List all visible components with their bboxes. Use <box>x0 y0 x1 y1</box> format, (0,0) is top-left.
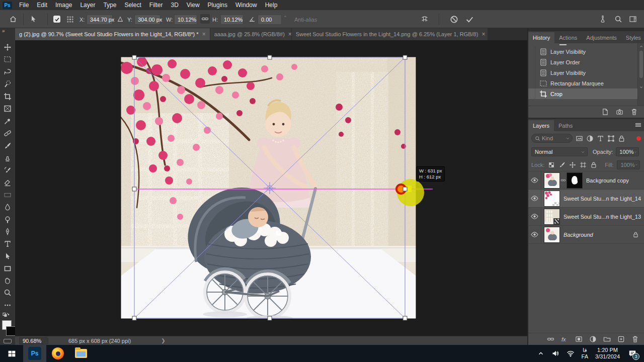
language-indicator[interactable]: فا FA <box>582 347 588 360</box>
background-color-swatch[interactable] <box>6 326 16 336</box>
delete-layer-trash-icon[interactable] <box>631 335 639 343</box>
lock-position-icon[interactable] <box>569 161 576 168</box>
tray-chevron-up-icon[interactable] <box>537 350 544 357</box>
tab-adjustments[interactable]: Adjustments <box>582 32 621 43</box>
start-button[interactable] <box>0 345 23 362</box>
zoom-tool[interactable] <box>4 289 12 297</box>
history-item[interactable]: Layer Visibility <box>528 67 644 78</box>
default-swap-colors-icon[interactable] <box>2 312 10 320</box>
notification-center-button[interactable]: 3 <box>628 349 637 358</box>
rotation-field[interactable]: 0.00 <box>258 15 282 25</box>
warp-mode-toggle-icon[interactable] <box>421 15 429 23</box>
menu-3d[interactable]: 3D <box>167 0 182 10</box>
fill-select[interactable]: 100% <box>617 160 640 169</box>
menu-view[interactable]: View <box>183 0 204 10</box>
close-icon[interactable]: × <box>481 31 485 38</box>
layer-visibility-toggle[interactable] <box>528 226 541 243</box>
layer-style-fx-icon[interactable]: fx <box>561 335 569 343</box>
home-icon[interactable] <box>9 15 17 23</box>
eraser-tool[interactable] <box>4 179 12 187</box>
eyedropper-tool[interactable] <box>4 117 12 125</box>
layer-filtering-toggle[interactable] <box>636 136 641 141</box>
status-chevron-icon[interactable]: ❯ <box>161 338 165 343</box>
lock-artboard-icon[interactable] <box>580 161 587 168</box>
delete-state-trash-icon[interactable] <box>630 108 638 116</box>
type-tool[interactable] <box>4 240 12 248</box>
history-item[interactable]: Layer Visibility <box>528 46 644 57</box>
new-group-folder-icon[interactable] <box>603 335 611 343</box>
gradient-tool[interactable] <box>4 191 12 199</box>
new-snapshot-camera-icon[interactable] <box>616 108 623 116</box>
edit-toolbar-ellipsis[interactable] <box>4 301 12 309</box>
hand-tool[interactable] <box>4 277 12 285</box>
scroll-up-icon[interactable] <box>639 44 643 49</box>
filter-type-layers-icon[interactable] <box>597 135 604 142</box>
zoom-level-field[interactable]: 90.68% <box>19 337 48 344</box>
lock-all-icon[interactable] <box>590 161 597 168</box>
layer-mask-thumbnail[interactable] <box>567 173 582 188</box>
menu-image[interactable]: Image <box>51 0 76 10</box>
tab-styles[interactable]: Styles <box>621 32 644 43</box>
layer-thumbnail[interactable] <box>544 173 559 188</box>
menu-layer[interactable]: Layer <box>76 0 99 10</box>
layer-thumbnail[interactable] <box>544 191 559 206</box>
crop-tool[interactable] <box>4 93 12 101</box>
taskbar-firefox-button[interactable] <box>46 345 69 362</box>
document-canvas[interactable] <box>15 40 527 336</box>
history-item-selected[interactable]: Crop <box>528 88 644 99</box>
history-source-checkbox[interactable] <box>528 88 535 99</box>
layer-row-light14-selected[interactable]: Sweet Soul Stu...n the Light_14 <box>528 190 644 208</box>
taskbar-explorer-button[interactable] <box>69 345 93 362</box>
tab-history[interactable]: History <box>528 32 554 43</box>
y-position-field[interactable]: 304.00 px <box>134 15 160 25</box>
history-scrollbar[interactable] <box>637 43 644 106</box>
reference-point-grid-icon[interactable] <box>66 16 74 23</box>
brush-tool[interactable] <box>4 142 12 150</box>
layer-row-background-copy[interactable]: Background copy <box>528 171 644 190</box>
blend-mode-select[interactable]: Normal <box>531 147 588 156</box>
filter-pixel-layers-icon[interactable] <box>576 135 583 142</box>
maintain-aspect-ratio-button[interactable] <box>200 14 210 24</box>
menu-window[interactable]: Window <box>231 0 261 10</box>
lasso-tool[interactable] <box>4 68 12 76</box>
menu-select[interactable]: Select <box>120 0 145 10</box>
blur-tool[interactable] <box>4 203 12 211</box>
volume-icon[interactable] <box>551 349 559 357</box>
quick-selection-tool[interactable] <box>4 80 12 88</box>
layer-visibility-toggle[interactable] <box>528 208 541 225</box>
document-tab-3[interactable]: Sweet Soul Studio Flowers in the Light_1… <box>291 28 488 40</box>
clock[interactable]: 1:20 PM 3/31/2024 <box>595 347 620 360</box>
history-source-checkbox[interactable] <box>528 57 535 67</box>
scroll-down-icon[interactable] <box>639 85 643 89</box>
quick-mask-mode-button[interactable] <box>4 339 12 343</box>
document-tab-2[interactable]: aaaa.jpg @ 25.8% (RGB/8#) × <box>210 28 291 40</box>
tab-layers[interactable]: Layers <box>528 120 554 131</box>
height-field[interactable]: 10.12% <box>220 15 244 25</box>
pen-tool[interactable] <box>4 228 12 236</box>
move-tool[interactable] <box>4 43 12 51</box>
layer-thumbnail[interactable] <box>544 227 559 242</box>
layer-filter-kind-select[interactable]: Kind <box>531 134 573 143</box>
opacity-select[interactable]: 100% <box>616 147 639 156</box>
menu-filter[interactable]: Filter <box>145 0 167 10</box>
menu-file[interactable]: File <box>15 0 33 10</box>
adjustment-layer-icon[interactable] <box>589 335 597 343</box>
add-layer-mask-icon[interactable] <box>575 335 583 343</box>
new-document-from-state-icon[interactable] <box>601 108 609 116</box>
layer-row-background[interactable]: Background <box>528 226 644 244</box>
close-icon[interactable]: × <box>202 31 206 38</box>
panel-menu-icon[interactable] <box>634 121 642 129</box>
workspace-switcher-icon[interactable] <box>629 15 637 23</box>
canvas-area[interactable]: W : 631 px H : 612 px <box>15 40 527 336</box>
search-icon[interactable] <box>614 15 622 23</box>
marquee-tool[interactable] <box>4 55 12 63</box>
cancel-transform-icon[interactable] <box>450 15 458 24</box>
history-source-checkbox[interactable] <box>528 46 535 57</box>
taskbar-photoshop-button[interactable]: Ps <box>23 345 46 362</box>
lock-transparent-pixels-icon[interactable] <box>548 161 555 168</box>
tab-actions[interactable]: Actions <box>554 32 582 43</box>
menu-help[interactable]: Help <box>261 0 282 10</box>
filter-shape-layers-icon[interactable] <box>607 135 615 142</box>
history-brush-tool[interactable] <box>4 166 12 174</box>
tab-paths[interactable]: Paths <box>554 120 577 131</box>
